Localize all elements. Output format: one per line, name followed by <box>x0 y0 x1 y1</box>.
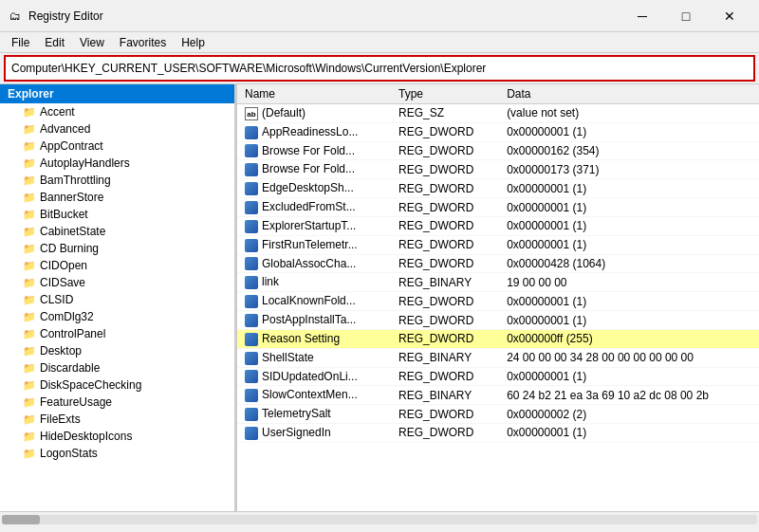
table-row[interactable]: Browse For Fold...REG_DWORD0x00000162 (3… <box>237 141 759 160</box>
tree-item-label: ComDlg32 <box>40 310 94 323</box>
table-row[interactable]: SlowContextMen...REG_BINARY60 24 b2 21 e… <box>237 386 759 405</box>
cell-data: 0x00000001 (1) <box>499 179 759 198</box>
tree-item[interactable]: 📁CIDSave <box>0 274 234 291</box>
menu-item-help[interactable]: Help <box>174 34 213 51</box>
table-row[interactable]: Reason SettingREG_DWORD0x000000ff (255) <box>237 329 759 348</box>
horizontal-scrollbar[interactable] <box>0 511 759 526</box>
cell-data: 0x00000428 (1064) <box>499 254 759 273</box>
table-row[interactable]: LocalKnownFold...REG_DWORD0x00000001 (1) <box>237 292 759 311</box>
tree-item[interactable]: 📁Accent <box>0 103 234 120</box>
tree-item[interactable]: 📁CIDOpen <box>0 257 234 274</box>
tree-item[interactable]: 📁AutoplayHandlers <box>0 155 234 172</box>
cell-name: ShellState <box>237 348 391 367</box>
tree-item[interactable]: 📁HideDesktopIcons <box>0 428 234 445</box>
col-type: Type <box>391 84 499 104</box>
table-row[interactable]: EdgeDesktopSh...REG_DWORD0x00000001 (1) <box>237 179 759 198</box>
col-name: Name <box>237 84 391 104</box>
tree-item[interactable]: 📁AppContract <box>0 138 234 155</box>
table-row[interactable]: ExcludedFromSt...REG_DWORD0x00000001 (1) <box>237 198 759 217</box>
reg-icon <box>245 389 258 402</box>
tree-item-label: BitBucket <box>40 208 88 221</box>
tree-item-label: CD Burning <box>40 242 99 255</box>
reg-icon <box>245 220 258 233</box>
cell-name-text: Browse For Fold... <box>262 144 355 157</box>
reg-icon <box>245 333 258 346</box>
cell-type: REG_DWORD <box>391 329 499 348</box>
registry-table: Name Type Data ab(Default)REG_SZ(value n… <box>237 84 759 443</box>
cell-name-text: (Default) <box>262 106 305 119</box>
tree-item[interactable]: 📁CabinetState <box>0 223 234 240</box>
cell-name-text: LocalKnownFold... <box>262 294 356 307</box>
cell-name-text: PostAppInstallTa... <box>262 313 356 326</box>
tree-item-label: FeatureUsage <box>40 395 112 409</box>
window-title: Registry Editor <box>28 9 620 23</box>
tree-item[interactable]: 📁BitBucket <box>0 206 234 223</box>
tree-item[interactable]: 📁CLSID <box>0 291 234 308</box>
cell-name-text: ShellState <box>262 351 314 364</box>
left-panel: Explorer 📁Accent📁Advanced📁AppContract📁Au… <box>0 84 237 511</box>
table-row[interactable]: PostAppInstallTa...REG_DWORD0x00000001 (… <box>237 311 759 330</box>
address-bar[interactable]: Computer\HKEY_CURRENT_USER\SOFTWARE\Micr… <box>4 55 755 82</box>
address-path: Computer\HKEY_CURRENT_USER\SOFTWARE\Micr… <box>11 62 486 75</box>
cell-name-text: UserSignedIn <box>262 426 331 439</box>
cell-name-text: GlobalAssocCha... <box>262 257 356 270</box>
table-row[interactable]: AppReadinessLo...REG_DWORD0x00000001 (1) <box>237 122 759 141</box>
close-button[interactable]: ✕ <box>708 0 751 32</box>
table-row[interactable]: ExplorerStartupT...REG_DWORD0x00000001 (… <box>237 216 759 235</box>
cell-name: link <box>237 273 391 292</box>
tree-item[interactable]: 📁ControlPanel <box>0 325 234 342</box>
table-row[interactable]: TelemetrySaltREG_DWORD0x00000002 (2) <box>237 405 759 424</box>
tree-item[interactable]: 📁DiskSpaceChecking <box>0 376 234 394</box>
tree-item[interactable]: 📁Advanced <box>0 120 234 138</box>
main-content: Explorer 📁Accent📁Advanced📁AppContract📁Au… <box>0 83 759 511</box>
tree-item[interactable]: 📁ComDlg32 <box>0 308 234 325</box>
tree-item[interactable]: 📁FeatureUsage <box>0 394 234 411</box>
menu-bar: FileEditViewFavoritesHelp <box>0 32 759 53</box>
reg-icon <box>245 257 258 270</box>
cell-name: ExplorerStartupT... <box>237 216 391 235</box>
maximize-button[interactable]: □ <box>664 0 708 32</box>
folder-icon: 📁 <box>23 345 36 358</box>
cell-data: 0x000000ff (255) <box>499 329 759 348</box>
table-row[interactable]: UserSignedInREG_DWORD0x00000001 (1) <box>237 424 759 443</box>
tree-item[interactable]: 📁FileExts <box>0 411 234 428</box>
table-row[interactable]: SIDUpdatedOnLi...REG_DWORD0x00000001 (1) <box>237 367 759 386</box>
cell-type: REG_DWORD <box>391 311 499 330</box>
cell-type: REG_DWORD <box>391 254 499 273</box>
reg-icon <box>245 408 258 421</box>
tree-item[interactable]: 📁BamThrottling <box>0 172 234 189</box>
tree-item[interactable]: 📁Desktop <box>0 342 234 359</box>
table-row[interactable]: GlobalAssocCha...REG_DWORD0x00000428 (10… <box>237 254 759 273</box>
tree-item[interactable]: 📁Discardable <box>0 359 234 376</box>
folder-icon: 📁 <box>23 243 36 255</box>
folder-icon: 📁 <box>23 277 36 289</box>
cell-name: ab(Default) <box>237 104 391 123</box>
app-icon: 🗂 <box>8 9 23 24</box>
tree-item[interactable]: 📁CD Burning <box>0 240 234 257</box>
menu-item-edit[interactable]: Edit <box>37 34 72 51</box>
tree-item[interactable]: 📁LogonStats <box>0 445 234 462</box>
menu-item-file[interactable]: File <box>4 34 37 51</box>
reg-icon <box>245 295 258 308</box>
cell-data: 0x00000001 (1) <box>499 235 759 254</box>
tree-item[interactable]: 📁BannerStore <box>0 189 234 206</box>
cell-name: AppReadinessLo... <box>237 122 391 141</box>
cell-data: 0x00000001 (1) <box>499 122 759 141</box>
menu-item-view[interactable]: View <box>72 34 112 51</box>
table-row[interactable]: linkREG_BINARY19 00 00 00 <box>237 273 759 292</box>
table-row[interactable]: Browse For Fold...REG_DWORD0x00000173 (3… <box>237 160 759 179</box>
minimize-button[interactable]: ─ <box>620 0 664 32</box>
reg-icon <box>245 352 258 365</box>
menu-item-favorites[interactable]: Favorites <box>112 34 174 51</box>
tree-item-label: AutoplayHandlers <box>40 156 130 170</box>
cell-type: REG_DWORD <box>391 292 499 311</box>
table-row[interactable]: ShellStateREG_BINARY24 00 00 00 34 28 00… <box>237 348 759 367</box>
tree-item-label: CIDOpen <box>40 259 87 272</box>
table-row[interactable]: FirstRunTelemetr...REG_DWORD0x00000001 (… <box>237 235 759 254</box>
cell-name: Reason Setting <box>237 329 391 348</box>
cell-name-text: EdgeDesktopSh... <box>262 181 354 194</box>
table-row[interactable]: ab(Default)REG_SZ(value not set) <box>237 104 759 123</box>
tree-item-label: CLSID <box>40 293 73 306</box>
cell-name: UserSignedIn <box>237 424 391 443</box>
scroll-thumb[interactable] <box>2 515 40 524</box>
